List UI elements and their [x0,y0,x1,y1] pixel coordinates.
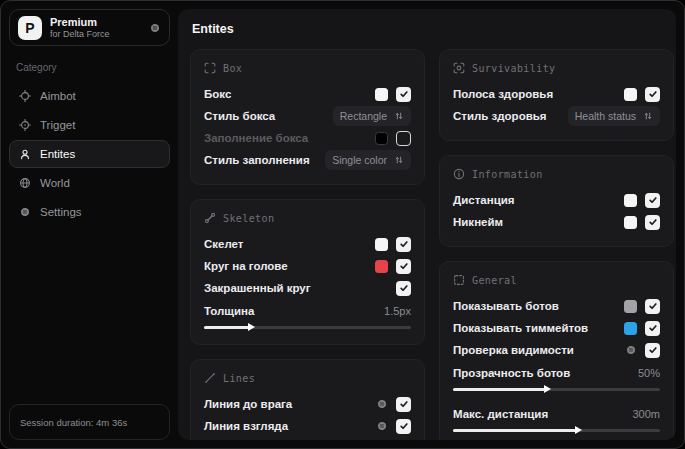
card-header: Box [204,62,411,74]
card-rows: ДистанцияНикнейм [453,189,660,233]
entities-icon [19,148,31,160]
sidebar-item-label: Aimbot [40,90,76,102]
slider-thumb[interactable] [544,385,551,393]
checkbox[interactable] [396,281,411,296]
slider-thumb[interactable] [248,323,255,331]
checkbox[interactable] [645,299,660,314]
card-rows: Линия до врагаЛиния взгляда [204,393,411,437]
main-panel: Entites BoxБоксСтиль боксаRectangleЗапол… [178,9,676,440]
brand-logo: P [18,16,42,40]
sort-arrows-icon [643,111,653,121]
setting-label: Заполнение бокса [204,132,308,144]
dropdown-value: Rectangle [340,110,387,122]
settings-row: Проверка видимости [453,339,660,361]
settings-row: Никнейм [453,211,660,233]
card-rows: Полоса здоровьяСтиль здоровьяHealth stat… [453,83,660,127]
card-rows: БоксСтиль боксаRectangleЗаполнение бокса… [204,83,411,171]
color-swatch[interactable] [624,300,637,313]
sort-arrows-icon [394,155,404,165]
setting-label: Линия взгляда [204,420,288,432]
row-controls: Rectangle [333,106,411,126]
setting-label: Дистанция [453,194,514,206]
slider-thumb[interactable] [575,426,582,434]
row-gear-icon[interactable] [376,398,388,410]
row-controls [624,87,660,102]
card-title: Information [472,169,543,180]
setting-label: Бокс [204,88,231,100]
setting-label: Стиль бокса [204,110,275,122]
card-title: Box [223,63,242,74]
color-swatch[interactable] [375,238,388,251]
checkbox[interactable] [645,87,660,102]
checkbox[interactable] [645,193,660,208]
checkbox[interactable] [396,419,411,434]
sidebar-item-settings[interactable]: Settings [9,198,170,226]
row-gear-icon[interactable] [625,344,637,356]
gear-icon [19,206,31,218]
dropdown-value: Health status [575,110,636,122]
sidebar-item-entites[interactable]: Entites [9,140,170,168]
card-information: InformationДистанцияНикнейм [439,155,674,247]
sidebar-item-trigget[interactable]: Trigget [9,111,170,139]
row-gear-icon[interactable] [376,420,388,432]
sidebar-item-label: Entites [40,148,75,160]
brand-header: P Premium for Delta Force [9,9,170,46]
session-duration: Session duration: 4m 36s [9,404,170,440]
row-controls [375,131,411,146]
checkbox[interactable] [645,321,660,336]
sidebar-item-label: Settings [40,206,82,218]
brand-title: Premium [50,16,141,29]
checkbox[interactable] [396,397,411,412]
color-swatch[interactable] [375,132,388,145]
row-controls: Single color [325,150,411,170]
globe-icon [19,177,31,189]
card-rows: Показывать ботовПоказывать тиммейтовПров… [453,295,660,434]
slider-track[interactable] [453,388,660,391]
settings-row: Линия до врага [204,393,411,415]
setting-label: Проверка видимости [453,344,574,356]
slider-value: 300m [632,408,660,420]
row-controls [375,259,411,274]
settings-row: Заполнение бокса [204,127,411,149]
color-swatch[interactable] [624,194,637,207]
brand-gear-icon[interactable] [149,22,161,34]
checkbox[interactable] [645,215,660,230]
card-lines: LinesЛиния до врагаЛиния взгляда [190,359,425,440]
sidebar-item-aimbot[interactable]: Aimbot [9,82,170,110]
sidebar-item-world[interactable]: World [9,169,170,197]
card-title: General [472,275,517,286]
setting-label: Круг на голове [204,260,288,272]
checkbox[interactable] [396,87,411,102]
setting-label: Линия до врага [204,398,292,410]
color-swatch[interactable] [375,260,388,273]
setting-label: Макс. дистанция [453,408,548,420]
checkbox[interactable] [396,131,411,146]
slider-track[interactable] [204,326,411,329]
card-header: General [453,274,660,286]
line-icon [204,372,216,384]
style-dropdown[interactable]: Single color [325,150,411,170]
setting-label: Скелет [204,238,244,250]
color-swatch[interactable] [375,88,388,101]
color-swatch[interactable] [624,322,637,335]
color-swatch[interactable] [624,88,637,101]
dropdown-value: Single color [332,154,387,166]
slider-value: 1.5px [384,305,411,317]
settings-row: Стиль здоровьяHealth status [453,105,660,127]
color-swatch[interactable] [624,216,637,229]
slider-row: Прозрачность ботов50% [453,361,660,393]
checkbox[interactable] [645,343,660,358]
sidebar-spacer [9,226,170,404]
checkbox[interactable] [396,259,411,274]
style-dropdown[interactable]: Rectangle [333,106,411,126]
style-dropdown[interactable]: Health status [568,106,660,126]
row-controls: Health status [568,106,660,126]
card-header: Skeleton [204,212,411,224]
slider-track[interactable] [453,429,660,432]
bone-icon [204,212,216,224]
setting-label: Стиль здоровья [453,110,547,122]
card-survivability: SurvivabilityПолоса здоровьяСтиль здоров… [439,49,674,141]
checkbox[interactable] [396,237,411,252]
setting-label: Никнейм [453,216,503,228]
brand-text: Premium for Delta Force [50,16,141,39]
